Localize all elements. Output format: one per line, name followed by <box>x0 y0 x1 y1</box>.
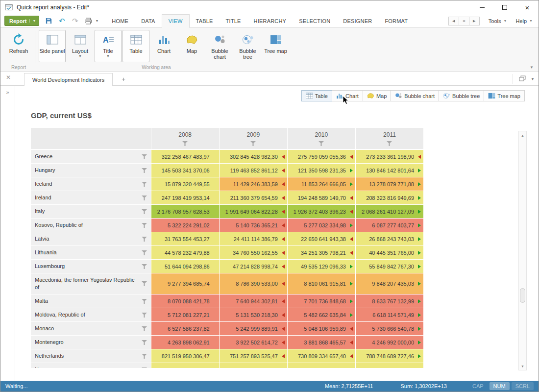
menu-tab-format[interactable]: FORMAT <box>378 14 414 27</box>
value-cell[interactable]: 4 246 992 000,00 <box>355 336 423 349</box>
print-chevron-icon[interactable]: ▼ <box>95 19 98 23</box>
value-cell[interactable]: 8 786 390 533,00 <box>219 273 287 294</box>
value-cell[interactable]: 247 198 419 953,14 <box>151 191 219 205</box>
value-cell[interactable]: 121 350 598 231,35 <box>287 164 355 177</box>
scroll-up-icon[interactable]: ▲ <box>519 131 526 139</box>
value-cell[interactable]: 3 881 868 465,57 <box>287 336 355 349</box>
value-cell[interactable]: 211 360 379 654,59 <box>219 191 287 205</box>
value-cell[interactable]: 6 527 586 237,82 <box>151 322 219 336</box>
working-area-table-button[interactable]: Table <box>122 30 149 62</box>
value-cell[interactable]: 5 730 666 540,78 <box>355 322 423 336</box>
scrollbar-thumb[interactable] <box>520 288 525 303</box>
save-button[interactable] <box>44 16 53 26</box>
menu-tab-table[interactable]: TABLE <box>190 14 220 27</box>
value-cell[interactable]: 40 445 351 765,00 <box>355 246 423 260</box>
value-cell[interactable]: 7 701 736 848,68 <box>287 294 355 308</box>
value-cell[interactable]: 273 233 361 198,90 <box>355 149 423 164</box>
country-cell[interactable]: Kosovo, Republic of <box>31 219 151 232</box>
menu-tab-data[interactable]: DATA <box>135 14 162 27</box>
refresh-button[interactable]: Refresh <box>4 30 33 62</box>
value-cell[interactable]: 6 087 277 403,77 <box>355 219 423 232</box>
nav-pages-button[interactable]: ≡ <box>459 17 469 25</box>
year-column-header[interactable]: 2009 <box>219 128 287 149</box>
value-cell[interactable]: 9 277 394 685,74 <box>151 273 219 294</box>
country-cell[interactable]: Ireland <box>31 191 151 205</box>
vertical-scrollbar[interactable]: ▲ ▼ <box>518 131 527 370</box>
value-cell[interactable]: 44 578 232 479,88 <box>151 246 219 260</box>
scroll-down-icon[interactable]: ▼ <box>519 362 526 370</box>
country-cell[interactable]: Macedonia, the former Yugoslav Republic … <box>31 273 151 294</box>
working-area-bubble-tree-button[interactable]: Bubble tree <box>234 30 261 62</box>
expand-side-panel-button[interactable]: » <box>6 89 9 95</box>
value-cell[interactable]: 145 503 341 370,06 <box>151 164 219 177</box>
value-cell[interactable]: 2 176 708 957 628,53 <box>151 205 219 219</box>
country-cell[interactable]: Norway <box>31 363 151 368</box>
value-cell[interactable]: 5 140 736 365,21 <box>219 219 287 232</box>
value-cell[interactable]: 11 429 246 383,59 <box>219 177 287 191</box>
year-column-header[interactable]: 2008 <box>151 128 219 149</box>
country-cell[interactable]: Hungary <box>31 164 151 177</box>
value-cell[interactable]: 47 214 828 998,74 <box>219 260 287 273</box>
value-cell[interactable]: 13 278 079 771,88 <box>355 177 423 191</box>
panel-close-icon[interactable]: ✕ <box>6 74 11 80</box>
value-cell[interactable]: 208 323 816 949,69 <box>355 191 423 205</box>
value-cell[interactable]: 788 748 689 727,46 <box>355 349 423 363</box>
country-cell[interactable]: Luxembourg <box>31 260 151 273</box>
value-cell[interactable]: 3 922 502 614,72 <box>219 336 287 349</box>
value-cell[interactable]: 34 760 550 162,55 <box>219 246 287 260</box>
menu-tab-selection[interactable]: SELECTION <box>293 14 337 27</box>
nav-next-button[interactable]: ▶ <box>469 17 480 25</box>
value-cell[interactable]: 49 535 129 096,33 <box>287 260 355 273</box>
value-cell[interactable]: 730 809 334 657,40 <box>287 349 355 363</box>
value-cell[interactable]: 5 322 224 291,02 <box>151 219 219 232</box>
view-bubble-tree-button[interactable]: Bubble tree <box>439 90 484 101</box>
value-cell[interactable]: 26 868 243 743,03 <box>355 232 423 246</box>
value-cell[interactable]: 7 640 944 302,81 <box>219 294 287 308</box>
working-area-bubble-chart-button[interactable]: Bubble chart <box>206 30 233 62</box>
value-cell[interactable]: 302 845 428 982,30 <box>219 149 287 164</box>
report-menu-button[interactable]: Report ▼ <box>4 16 39 26</box>
country-cell[interactable]: Iceland <box>31 177 151 191</box>
value-cell[interactable]: 498 157 323 734,43 <box>355 363 423 368</box>
menu-tab-view[interactable]: VIEW <box>162 14 190 28</box>
menu-tab-home[interactable]: HOME <box>105 14 135 27</box>
value-cell[interactable]: 8 810 061 915,81 <box>287 273 355 294</box>
working-area-tree-map-button[interactable]: Tree map <box>262 30 289 62</box>
country-cell[interactable]: Netherlands <box>31 349 151 363</box>
value-cell[interactable]: 119 463 852 861,12 <box>219 164 287 177</box>
value-cell[interactable]: 31 763 554 453,27 <box>151 232 219 246</box>
value-cell[interactable]: 2 068 261 410 127,09 <box>355 205 423 219</box>
view-bubble-chart-button[interactable]: Bubble chart <box>391 90 439 101</box>
value-cell[interactable]: 22 650 641 943,38 <box>287 232 355 246</box>
redo-button[interactable]: ↷ <box>71 16 79 26</box>
ribbon-collapse-chevron-icon[interactable]: ▼ <box>530 65 534 70</box>
value-cell[interactable]: 1 926 372 403 396,23 <box>287 205 355 219</box>
year-column-header[interactable]: 2010 <box>287 128 355 149</box>
value-cell[interactable]: 55 849 842 767,30 <box>355 260 423 273</box>
layout-button[interactable]: Layout ▼ <box>67 30 94 62</box>
title-button[interactable]: A Title ▼ <box>95 30 122 62</box>
value-cell[interactable]: 420 946 470 959,17 <box>287 363 355 368</box>
view-tree-map-button[interactable]: Tree map <box>484 90 525 101</box>
value-cell[interactable]: 751 257 893 525,47 <box>219 349 287 363</box>
country-cell[interactable]: Moldova, Republic of <box>31 308 151 322</box>
minimize-button[interactable] <box>471 0 493 14</box>
country-cell[interactable]: Greece <box>31 149 151 164</box>
value-cell[interactable]: 5 712 081 227,21 <box>151 308 219 322</box>
country-cell[interactable]: Monaco <box>31 322 151 336</box>
close-button[interactable]: × <box>516 0 539 14</box>
view-table-button[interactable]: Table <box>301 90 332 101</box>
value-cell[interactable]: 194 248 589 149,70 <box>287 191 355 205</box>
country-cell[interactable]: Malta <box>31 294 151 308</box>
menu-tab-title[interactable]: TITLE <box>220 14 247 27</box>
value-cell[interactable]: 275 759 059 055,36 <box>287 149 355 164</box>
value-cell[interactable]: 378 848 940 564,78 <box>219 363 287 368</box>
menu-tab-designer[interactable]: DESIGNER <box>337 14 378 27</box>
value-cell[interactable]: 9 848 207 435,03 <box>355 273 423 294</box>
value-cell[interactable]: 5 482 662 635,84 <box>287 308 355 322</box>
country-cell[interactable]: Italy <box>31 205 151 219</box>
help-menu[interactable]: Help ▼ <box>515 18 533 24</box>
add-tab-button[interactable]: + <box>122 76 125 82</box>
value-cell[interactable]: 5 242 999 889,91 <box>219 322 287 336</box>
nav-prev-button[interactable]: ◀ <box>448 17 459 25</box>
